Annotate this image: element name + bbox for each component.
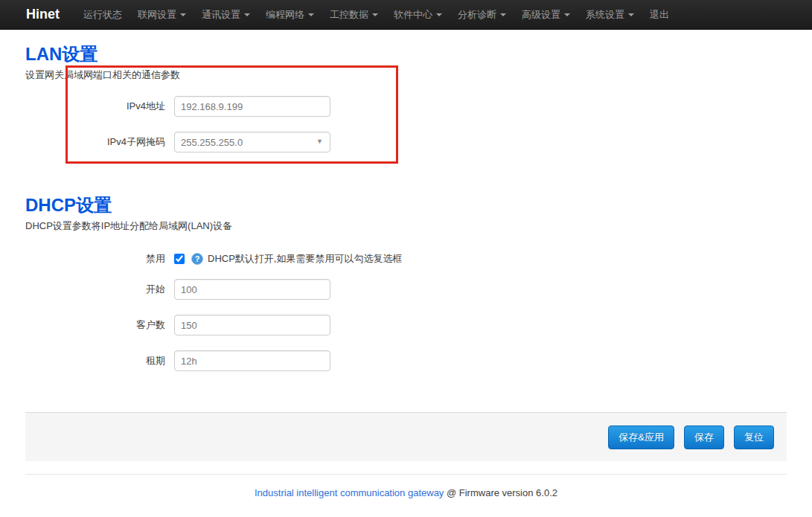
nav-item-logout[interactable]: 退出 (650, 8, 669, 22)
nav-item-system-settings[interactable]: 系统设置 (586, 8, 634, 22)
dhcp-disable-hint: DHCP默认打开,如果需要禁用可以勾选复选框 (208, 252, 402, 266)
page-footer: Industrial intelligent communication gat… (25, 474, 787, 499)
caret-down-icon (372, 13, 378, 16)
nav-item-label: 工控数据 (330, 8, 368, 22)
caret-down-icon (436, 13, 442, 16)
caret-down-icon (244, 13, 250, 16)
caret-down-icon (308, 13, 314, 16)
nav-item-comm-settings[interactable]: 通讯设置 (202, 8, 250, 22)
ipv4-address-row: IPv4地址 (25, 96, 787, 117)
caret-down-icon (500, 13, 506, 16)
caret-down-icon (628, 13, 634, 16)
lan-settings-section: LAN设置 设置网关局域网端口相关的通信参数 IPv4地址 IPv4子网掩码 2… (25, 44, 787, 152)
caret-down-icon (180, 13, 186, 16)
dhcp-start-input[interactable] (174, 279, 330, 300)
lan-section-title: LAN设置 (25, 44, 787, 64)
dhcp-clients-label: 客户数 (25, 315, 165, 335)
firmware-version-text: @ Firmware version 6.0.2 (444, 487, 557, 498)
dhcp-start-row: 开始 (25, 279, 787, 300)
nav-item-label: 软件中心 (394, 8, 432, 22)
nav-item-industrial-data[interactable]: 工控数据 (330, 8, 378, 22)
top-navbar: Hinet 运行状态 联网设置 通讯设置 编程网络 工控数据 软件中心 分析诊断 (0, 0, 812, 30)
nav-item-label: 高级设置 (522, 8, 560, 22)
ipv4-netmask-label: IPv4子网掩码 (25, 132, 165, 152)
lan-section-subtitle: 设置网关局域网端口相关的通信参数 (25, 69, 787, 81)
nav-item-label: 联网设置 (138, 8, 176, 22)
ipv4-netmask-row: IPv4子网掩码 255.255.255.0 ▼ (25, 132, 787, 152)
dhcp-section-title: DHCP设置 (25, 195, 787, 215)
nav-item-advanced-settings[interactable]: 高级设置 (522, 8, 570, 22)
nav-item-running-status[interactable]: 运行状态 (83, 8, 122, 22)
nav-item-label: 分析诊断 (458, 8, 496, 22)
dhcp-disable-label: 禁用 (25, 253, 165, 265)
action-bar: 保存&应用 保存 复位 (25, 412, 787, 461)
main-content: LAN设置 设置网关局域网端口相关的通信参数 IPv4地址 IPv4子网掩码 2… (0, 44, 812, 499)
reset-button[interactable]: 复位 (734, 426, 774, 449)
lan-form: IPv4地址 IPv4子网掩码 255.255.255.0 ▼ (25, 96, 787, 152)
brand-logo[interactable]: Hinet (26, 7, 60, 22)
nav-item-label: 编程网络 (266, 8, 304, 22)
dhcp-section-subtitle: DHCP设置参数将IP地址分配给局域网(LAN)设备 (25, 220, 787, 232)
save-button[interactable]: 保存 (684, 426, 724, 449)
dhcp-disable-row: 禁用 ? DHCP默认打开,如果需要禁用可以勾选复选框 (25, 252, 787, 266)
ipv4-netmask-select[interactable]: 255.255.255.0 (174, 132, 330, 152)
dhcp-leasetime-row: 租期 (25, 350, 787, 371)
save-apply-button[interactable]: 保存&应用 (608, 426, 674, 449)
dhcp-leasetime-label: 租期 (25, 350, 165, 371)
nav-item-analysis-diagnosis[interactable]: 分析诊断 (458, 8, 506, 22)
dhcp-form: 禁用 ? DHCP默认打开,如果需要禁用可以勾选复选框 开始 客户数 租期 (25, 252, 787, 371)
nav-item-label: 系统设置 (586, 8, 624, 22)
nav-item-software-center[interactable]: 软件中心 (394, 8, 442, 22)
dhcp-settings-section: DHCP设置 DHCP设置参数将IP地址分配给局域网(LAN)设备 禁用 ? D… (25, 195, 787, 371)
nav-item-label: 退出 (650, 8, 669, 22)
nav-item-label: 运行状态 (83, 8, 122, 22)
nav-item-programming-network[interactable]: 编程网络 (266, 8, 314, 22)
dhcp-clients-input[interactable] (174, 315, 330, 335)
ipv4-netmask-select-wrap: 255.255.255.0 ▼ (174, 132, 330, 152)
caret-down-icon (564, 13, 570, 16)
dhcp-disable-checkbox[interactable] (174, 254, 185, 264)
page: Hinet 运行状态 联网设置 通讯设置 编程网络 工控数据 软件中心 分析诊断 (0, 0, 812, 517)
nav-item-label: 通讯设置 (202, 8, 240, 22)
dhcp-clients-row: 客户数 (25, 315, 787, 335)
ipv4-address-input[interactable] (174, 96, 330, 117)
gateway-footer-link[interactable]: Industrial intelligent communication gat… (255, 487, 444, 498)
help-icon[interactable]: ? (191, 253, 203, 265)
ipv4-address-label: IPv4地址 (25, 96, 165, 117)
nav-item-network-settings[interactable]: 联网设置 (138, 8, 186, 22)
dhcp-leasetime-input[interactable] (174, 350, 330, 371)
dhcp-start-label: 开始 (25, 279, 165, 300)
